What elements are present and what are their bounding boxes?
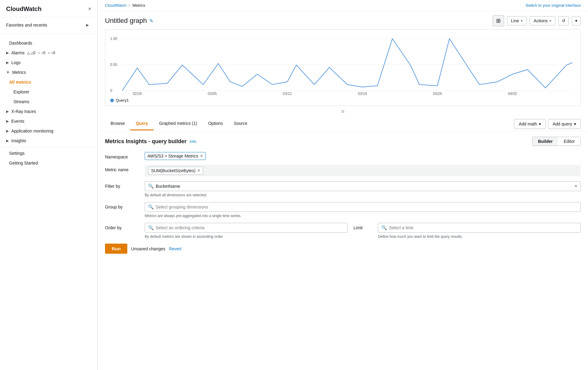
warning-icon: △ bbox=[27, 51, 30, 55]
sidebar-item-insights[interactable]: ▶ Insights bbox=[0, 136, 97, 146]
sidebar-item-xray[interactable]: ▶ X-Ray traces bbox=[0, 107, 97, 116]
drag-handle[interactable]: ≡ bbox=[98, 106, 588, 117]
main-content: CloudWatch > Metrics Switch to your orig… bbox=[98, 0, 588, 370]
sidebar-item-favorites[interactable]: Favorites and recents ▶ bbox=[0, 20, 97, 31]
group-by-field[interactable] bbox=[156, 205, 577, 209]
tab-query[interactable]: Query bbox=[130, 117, 154, 130]
sidebar-close-icon[interactable]: × bbox=[88, 6, 91, 12]
group-by-label: Group by bbox=[105, 202, 145, 209]
qb-info-link[interactable]: Info bbox=[190, 139, 196, 144]
query-builder: Metrics Insights - query builder Info Bu… bbox=[98, 131, 588, 260]
tab-graphed-metrics[interactable]: Graphed metrics (1) bbox=[154, 117, 202, 130]
metric-name-content: SUM(BucketSizeBytes) × bbox=[145, 165, 581, 176]
sidebar-item-xray-label: X-Ray traces bbox=[11, 109, 36, 114]
sidebar-item-app-monitoring-label: Application monitoring bbox=[11, 129, 53, 133]
builder-toggle-button[interactable]: Builder bbox=[532, 137, 558, 146]
limit-field[interactable] bbox=[389, 225, 577, 230]
breadcrumb-cloudwatch[interactable]: CloudWatch bbox=[105, 3, 126, 8]
chart-svg-container: 1.00 0.50 0 02/26 03/05 03/12 03/19 03/2… bbox=[110, 34, 575, 96]
sidebar-item-metrics[interactable]: ▼ Metrics bbox=[0, 67, 97, 77]
more-options-button[interactable]: ▾ bbox=[572, 16, 581, 25]
sidebar-item-logs[interactable]: ▶ Logs bbox=[0, 58, 97, 67]
metric-name-tag[interactable]: SUM(BucketSizeBytes) × bbox=[148, 167, 203, 175]
filter-by-field[interactable] bbox=[156, 184, 573, 189]
sidebar-item-streams[interactable]: Streams bbox=[0, 97, 97, 107]
sidebar-item-settings[interactable]: Settings bbox=[0, 148, 97, 158]
metric-name-input-wrapper: SUM(BucketSizeBytes) × bbox=[145, 165, 581, 176]
graph-header: Untitled graph ✎ ⊞ Line ▾ Actions ▾ ↺ ▾ bbox=[98, 11, 588, 29]
sidebar-item-events[interactable]: ▶ Events bbox=[0, 116, 97, 126]
order-by-input[interactable]: 🔍 bbox=[145, 223, 347, 233]
order-limit-content: 🔍 By default metrics are shown in ascend… bbox=[145, 223, 581, 239]
insights-chevron-icon: ▶ bbox=[6, 139, 9, 143]
namespace-row: Namespace AWS/S3 > Storage Metrics × bbox=[105, 152, 581, 160]
alarm-warning-badge: △△0 bbox=[27, 51, 36, 55]
sidebar-item-getting-started[interactable]: Getting Started bbox=[0, 158, 97, 168]
filter-clear-icon[interactable]: × bbox=[575, 183, 577, 189]
run-button[interactable]: Run bbox=[105, 244, 127, 254]
filter-by-row: Filter by 🔍 × By default all dimensions … bbox=[105, 181, 581, 197]
add-math-button[interactable]: Add math ▾ bbox=[514, 119, 546, 129]
legend-label: Query1 bbox=[116, 98, 129, 103]
order-section: 🔍 By default metrics are shown in ascend… bbox=[145, 223, 347, 239]
tab-source[interactable]: Source bbox=[228, 117, 253, 130]
sidebar-item-explorer[interactable]: Explorer bbox=[0, 87, 97, 97]
edit-title-icon[interactable]: ✎ bbox=[149, 18, 153, 24]
sidebar-item-app-monitoring[interactable]: ▶ Application monitoring bbox=[0, 126, 97, 136]
sidebar-item-dashboards[interactable]: Dashboards bbox=[0, 38, 97, 48]
breadcrumb: CloudWatch > Metrics bbox=[105, 3, 525, 8]
tab-browse[interactable]: Browse bbox=[105, 117, 130, 130]
group-by-row: Group by 🔍 Metrics are always pre-aggreg… bbox=[105, 202, 581, 218]
add-query-button[interactable]: Add query ▾ bbox=[548, 119, 581, 129]
sidebar-nav: Dashboards ▶ Alarms △△0 ○○0 ○○0 ▶ Logs ▼… bbox=[0, 36, 97, 170]
order-limit-row: Order by 🔍 By default metrics are shown … bbox=[105, 223, 581, 239]
graph-title-text: Untitled graph bbox=[105, 17, 147, 25]
y-label-2: 0.50 bbox=[110, 63, 117, 67]
alarm-check-badge: ○○0 bbox=[38, 51, 45, 55]
sidebar-item-logs-label: Logs bbox=[11, 60, 20, 65]
namespace-input-wrapper: AWS/S3 > Storage Metrics × bbox=[145, 152, 581, 160]
group-by-input[interactable]: 🔍 bbox=[145, 202, 581, 212]
chart-legend: Query1 bbox=[110, 98, 575, 103]
sidebar-item-streams-label: Streams bbox=[13, 99, 29, 104]
x-label-5: 03/26 bbox=[433, 92, 442, 96]
namespace-remove-icon[interactable]: × bbox=[200, 154, 203, 158]
sidebar-divider-2 bbox=[0, 147, 97, 147]
graph-title-section: Untitled graph ✎ bbox=[105, 17, 490, 25]
revert-link[interactable]: Revert bbox=[169, 246, 181, 251]
metric-name-label: Metric name bbox=[105, 165, 145, 172]
grid-icon: ⊞ bbox=[496, 18, 501, 24]
alarms-badges: △△0 ○○0 ○○0 bbox=[27, 51, 55, 55]
sidebar-logo: CloudWatch bbox=[6, 5, 42, 13]
namespace-value: AWS/S3 > Storage Metrics bbox=[147, 154, 198, 158]
limit-input[interactable]: 🔍 bbox=[378, 223, 581, 233]
x-label-2: 03/05 bbox=[208, 92, 217, 96]
filter-by-label: Filter by bbox=[105, 181, 145, 189]
alarm-info-badge: ○○0 bbox=[48, 51, 55, 55]
namespace-tag[interactable]: AWS/S3 > Storage Metrics × bbox=[145, 152, 206, 160]
x-label-6: 04/02 bbox=[508, 92, 517, 96]
sidebar-item-alarms[interactable]: ▶ Alarms △△0 ○○0 ○○0 bbox=[0, 48, 97, 58]
sidebar-item-all-metrics[interactable]: All metrics bbox=[0, 77, 97, 87]
qb-header: Metrics Insights - query builder Info Bu… bbox=[105, 137, 581, 146]
refresh-icon: ↺ bbox=[562, 18, 565, 23]
filter-by-input[interactable]: 🔍 × bbox=[145, 181, 581, 191]
limit-search-icon: 🔍 bbox=[381, 225, 387, 230]
switch-interface-link[interactable]: Switch to your original interface bbox=[525, 3, 581, 8]
order-by-field[interactable] bbox=[156, 225, 344, 230]
drag-handle-icon: ≡ bbox=[341, 108, 345, 115]
events-chevron-icon: ▶ bbox=[6, 119, 9, 123]
add-query-dropdown-icon: ▾ bbox=[574, 122, 576, 126]
actions-button[interactable]: Actions ▾ bbox=[530, 16, 555, 25]
tabs-row: Browse Query Graphed metrics (1) Options… bbox=[98, 117, 588, 131]
x-label-4: 03/19 bbox=[358, 92, 367, 96]
editor-toggle-button[interactable]: Editor bbox=[558, 137, 580, 146]
metrics-chevron-icon: ▼ bbox=[6, 70, 10, 74]
chart-svg: 1.00 0.50 0 02/26 03/05 03/12 03/19 03/2… bbox=[110, 34, 575, 96]
metric-name-value: SUM(BucketSizeBytes) bbox=[151, 168, 195, 173]
metric-name-remove-icon[interactable]: × bbox=[197, 168, 200, 173]
chart-type-button[interactable]: Line ▾ bbox=[507, 16, 527, 25]
refresh-button[interactable]: ↺ bbox=[558, 16, 569, 25]
tab-options[interactable]: Options bbox=[203, 117, 228, 130]
grid-view-button[interactable]: ⊞ bbox=[493, 15, 504, 26]
